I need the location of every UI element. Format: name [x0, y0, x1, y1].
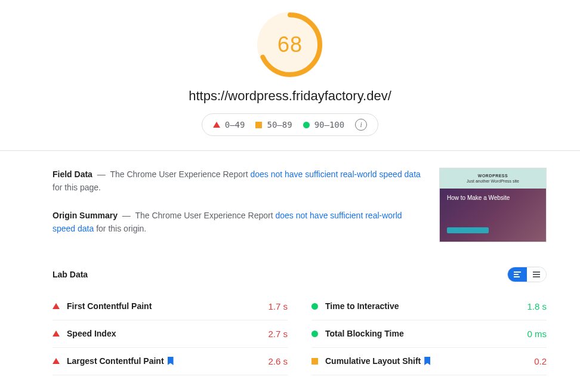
metric-value: 2.7 s — [268, 329, 288, 339]
metric-value: 1.8 s — [527, 301, 547, 311]
score-header: 68 https://wordpress.fridayfactory.dev/ … — [0, 0, 580, 151]
lab-data-title: Lab Data — [53, 270, 88, 279]
thumb-tagline: Just another WordPress site — [467, 179, 519, 183]
metric-row[interactable]: Largest Contentful Paint 2.6 s — [53, 348, 288, 375]
bars-varied-icon — [514, 271, 521, 277]
legend-green: 90–100 — [303, 120, 345, 129]
origin-summary-post: for this origin. — [94, 224, 146, 233]
thumb-logo: WORDPRESS — [478, 174, 508, 178]
field-data-title: Field Data — [53, 169, 92, 179]
legend-orange-label: 50–89 — [267, 120, 292, 129]
metric-name: Total Blocking Time — [325, 329, 520, 338]
score-legend: 0–49 50–89 90–100 i — [202, 113, 378, 136]
metric-row[interactable]: Speed Index 2.7 s — [53, 320, 288, 348]
metric-name: Speed Index — [67, 329, 261, 338]
field-data-link[interactable]: does not have sufficient real-world spee… — [250, 169, 420, 179]
field-data-post: for this page. — [53, 183, 101, 192]
legend-red-label: 0–49 — [225, 120, 245, 129]
triangle-red-icon — [53, 331, 60, 337]
circle-green-icon — [311, 331, 318, 337]
score-value: 68 — [257, 12, 323, 78]
origin-summary-block: Origin Summary — The Chrome User Experie… — [53, 209, 425, 236]
score-gauge: 68 — [257, 12, 323, 78]
tested-url: https://wordpress.fridayfactory.dev/ — [0, 88, 580, 104]
field-data-pre: The Chrome User Experience Report — [110, 169, 250, 179]
legend-orange: 50–89 — [255, 120, 292, 129]
bookmark-icon — [168, 357, 174, 365]
thumb-hero-title: How to Make a Website — [447, 195, 539, 201]
view-toggle-list[interactable] — [527, 267, 546, 282]
metric-value: 1.7 s — [268, 301, 288, 311]
metric-value: 0.2 — [534, 356, 547, 366]
metric-row[interactable]: Total Blocking Time 0 ms — [311, 320, 547, 348]
triangle-red-icon — [53, 303, 60, 309]
metric-name: Largest Contentful Paint — [67, 356, 261, 366]
metric-name: Cumulative Layout Shift — [325, 356, 527, 366]
square-orange-icon — [311, 358, 318, 365]
square-orange-icon — [255, 122, 262, 128]
triangle-red-icon — [213, 122, 220, 128]
page-thumbnail: WORDPRESS Just another WordPress site Ho… — [439, 168, 547, 242]
legend-red: 0–49 — [213, 120, 245, 129]
field-data-block: Field Data — The Chrome User Experience … — [53, 168, 425, 195]
metric-row[interactable]: First Contentful Paint 1.7 s — [53, 293, 288, 320]
metric-name: Time to Interactive — [325, 301, 520, 311]
bars-even-icon — [533, 271, 540, 277]
triangle-red-icon — [53, 358, 60, 364]
metric-row[interactable]: Time to Interactive 1.8 s — [311, 293, 547, 320]
origin-summary-pre: The Chrome User Experience Report — [135, 211, 275, 220]
origin-summary-title: Origin Summary — [53, 211, 118, 220]
metric-row[interactable]: Cumulative Layout Shift 0.2 — [311, 348, 547, 375]
metric-name: First Contentful Paint — [67, 301, 261, 311]
metric-value: 0 ms — [527, 329, 547, 339]
circle-green-icon — [311, 303, 318, 310]
view-toggle-detail[interactable] — [508, 267, 527, 282]
footnote: Values are estimated and may vary. The p… — [21, 387, 559, 392]
bookmark-icon — [424, 357, 430, 365]
view-toggle — [507, 267, 547, 282]
legend-green-label: 90–100 — [314, 120, 345, 129]
thumb-cta-button — [447, 227, 489, 233]
info-icon[interactable]: i — [355, 119, 367, 131]
circle-green-icon — [303, 122, 310, 128]
metric-value: 2.6 s — [268, 356, 288, 366]
